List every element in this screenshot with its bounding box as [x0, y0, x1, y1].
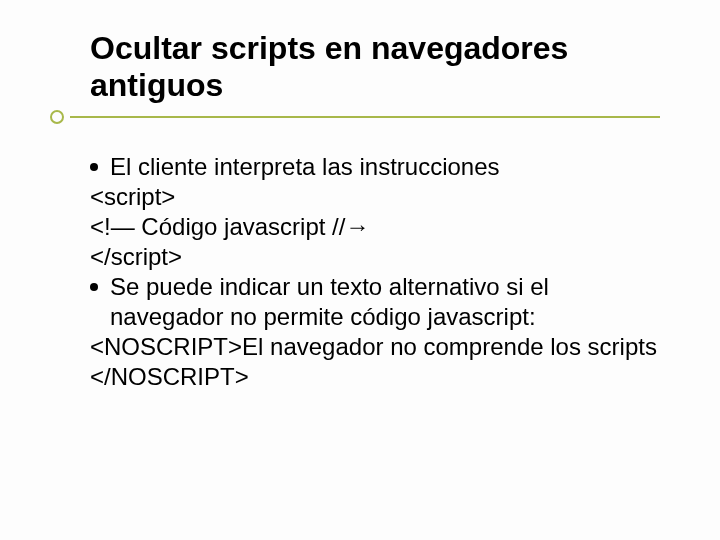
bullet-icon — [90, 163, 98, 171]
code-line: <NOSCRIPT>El navegador no comprende los … — [90, 332, 660, 392]
code-line: </script> — [90, 242, 660, 272]
bullet-icon — [90, 283, 98, 291]
bullet-item: El cliente interpreta las instrucciones — [90, 152, 660, 182]
code-line: <!— Código javascript //→ — [90, 212, 660, 242]
bullet-item: Se puede indicar un texto alternativo si… — [90, 272, 660, 332]
slide-title: Ocultar scripts en navegadores antiguos — [90, 30, 660, 104]
slide-body: El cliente interpreta las instrucciones … — [90, 152, 660, 392]
rule-line — [70, 116, 660, 118]
title-rule — [50, 110, 660, 124]
code-line: <script> — [90, 182, 660, 212]
rule-dot-icon — [50, 110, 64, 124]
bullet-text: Se puede indicar un texto alternativo si… — [110, 272, 660, 332]
bullet-text: El cliente interpreta las instrucciones — [110, 152, 660, 182]
